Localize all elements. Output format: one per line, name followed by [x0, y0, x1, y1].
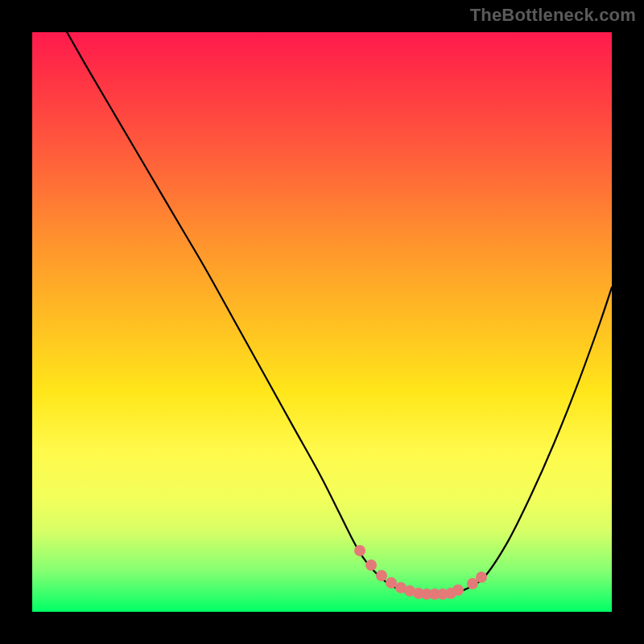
- chart-frame: TheBottleneck.com: [0, 0, 644, 644]
- highlight-dot: [452, 584, 464, 596]
- plot-area: [32, 32, 612, 612]
- highlight-dot: [476, 572, 487, 583]
- highlight-dot: [365, 559, 377, 571]
- highlight-dot: [354, 545, 365, 556]
- watermark-text: TheBottleneck.com: [470, 5, 636, 26]
- highlight-markers: [32, 32, 612, 612]
